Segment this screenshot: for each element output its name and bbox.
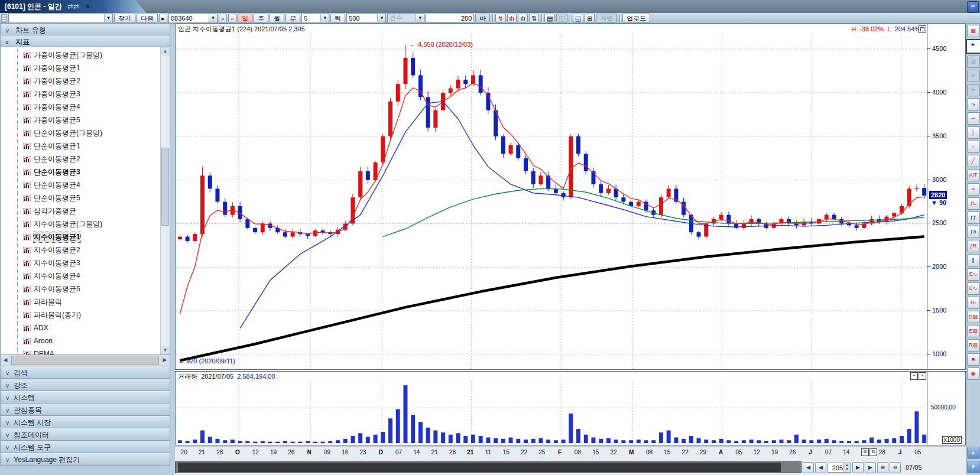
spin-down-icon[interactable]: ▼ [843,467,851,472]
scroll-up-icon[interactable]: ▲ [161,47,170,56]
volume-chart[interactable] [176,381,928,444]
hatch-d-icon[interactable]: D▨ [967,311,980,323]
bar-position-spinbox[interactable]: 205 ▲ ▼ [828,463,851,473]
bar-count-input[interactable] [426,14,474,22]
tick-button[interactable]: 틱 [330,14,345,22]
sort-updown-icon[interactable]: ⇅ [529,14,539,22]
fib-retrace-icon[interactable]: ƒR [967,240,980,252]
section-관심종목[interactable]: ∨관심종목 [0,404,170,416]
section-chart-type[interactable]: ∨ 차트 유형 [0,24,170,35]
indicator-item[interactable]: 단순이동평균2 [1,152,161,165]
section-참조데이터[interactable]: ∨참조데이터 [0,428,170,441]
indicator-item[interactable]: 지수이동평균2 [1,243,161,256]
find-button[interactable]: 찾기 [114,14,135,22]
cursor-icon[interactable]: ► [966,39,980,54]
indicator-item[interactable]: 단순이동평균(그물망) [1,126,161,139]
section-시스템[interactable]: ∨시스템 [0,391,170,404]
indicator-item[interactable]: 가중이동평균2 [1,74,161,87]
indicator-item[interactable]: 지수이동평균1 [1,230,161,243]
scroll-left-icon[interactable]: ◀ [1,355,10,366]
page-right-icon[interactable]: ▶ [865,462,876,473]
indicator-item[interactable]: 가중이동평균1 [1,61,161,74]
parallel-channel-icon[interactable]: ∥ [967,254,980,266]
tree-scrollbar[interactable]: ▲ ▼ [160,47,170,354]
indicator-item[interactable]: 가중이동평균4 [1,100,161,113]
indicator-add-icon[interactable]: ılı [507,14,517,22]
period-minute-button[interactable]: 분 [285,14,300,22]
section-YesLanguage-편집기[interactable]: ∨YesLanguage 편집기 [0,453,170,466]
indicator-item[interactable]: Aroon [1,334,161,347]
curve-tool-icon[interactable]: ƒƒ [967,212,980,224]
scroll-down-icon[interactable]: ▼ [161,346,170,354]
bar-unit-button[interactable]: 바 [475,14,490,22]
section-시스템-시장[interactable]: ∨시스템 시장 [0,416,170,428]
trendline-icon[interactable]: ∿ [967,98,980,110]
diagonal-line-icon[interactable]: ╱ [967,155,980,167]
next-button[interactable]: 다음 [137,14,158,22]
section-검색[interactable]: ∨검색 [0,366,170,379]
zoom-out-icon[interactable]: ⊖ [890,462,901,473]
scroll-thumb[interactable] [11,356,159,365]
copy-chart-icon[interactable]: ⧉ [861,448,869,456]
linked-chart-icon[interactable]: ▦ [967,25,980,37]
tree-hscrollbar[interactable]: ◀ ▶ [0,354,170,366]
search-icon[interactable]: ⌕ [219,14,227,22]
indicator-item[interactable]: 파라볼릭 [1,295,161,308]
chevron-down-icon[interactable]: ▼ [377,14,385,22]
indicator-item[interactable]: 지수이동평균3 [1,256,161,269]
section-강조[interactable]: ∨강조 [0,379,170,391]
stop-tool-icon[interactable]: ■ [967,353,980,366]
indicator-item[interactable]: 단순이동평균4 [1,178,161,191]
maximize-pane-icon[interactable] [919,25,926,33]
toolbar-grip[interactable] [1,14,7,23]
period-day-button[interactable]: 일 [238,14,252,22]
high-low-icon[interactable]: Hı [967,297,980,309]
section-indicator[interactable]: » 지표 [0,35,170,47]
link-chart-icon[interactable]: ⇄⇄ [67,2,79,11]
chevron-down-icon[interactable]: ▼ [320,14,329,22]
horizontal-line-icon[interactable]: ─ [967,112,980,125]
close-pane-icon[interactable]: × [919,372,926,380]
tab-close-icon[interactable]: ✕ [85,2,90,11]
indicator-item[interactable]: 단순이동평균1 [1,139,161,152]
chart-doc-icon[interactable]: ◱ [573,14,583,22]
price-pane[interactable]: 인콘 지수이동평균1 (224) 2021/07/05 2,305 H: -38… [175,24,966,370]
symbol-combo[interactable]: 083640 ▼ [168,13,218,23]
save-chart-icon[interactable]: ⧉ [869,448,877,456]
indicator-item[interactable]: ADX [1,321,161,334]
minute-combo[interactable]: 5 ▼ [301,13,329,23]
price-chart[interactable] [176,34,928,369]
chevron-down-icon[interactable]: ▼ [104,14,112,22]
indicator-item[interactable]: 단순이동평균5 [1,191,161,204]
candle-style-icon[interactable]: ↯ [495,14,505,22]
hatch-r-icon[interactable]: R▨ [967,339,980,352]
scroll-down-blue-icon[interactable]: ▼ [967,461,980,473]
target-tool-icon[interactable]: ◉ [967,367,980,380]
page-left-icon[interactable]: ◀ [815,462,826,473]
minimize-pane-icon[interactable]: − [910,372,918,380]
upload-button[interactable]: 업로드 [622,14,650,22]
scroll-thumb[interactable] [161,148,169,226]
fan-lines-icon[interactable]: ƒa [967,226,980,238]
indicator-item[interactable]: 가중이동평균5 [1,113,161,126]
bar-chart-icon[interactable]: ılı [518,14,528,22]
text-tool-icon[interactable]: A/T [967,169,980,181]
period-week-button[interactable]: 주 [254,14,268,22]
indicator-item[interactable]: 파라볼릭(종가) [1,308,161,321]
scroll-up-blue-icon[interactable]: ▲ [967,447,980,459]
section-시스템-도구[interactable]: ∨시스템 도구 [0,441,170,453]
step-right-icon[interactable]: ▶ [852,462,864,473]
indicator-item[interactable]: 삼각가중평균 [1,204,161,217]
vertical-line-icon[interactable]: │ [967,126,980,139]
indicator-search-combo[interactable]: ▼ [8,13,113,23]
step-line-icon[interactable]: ⌐ [967,141,980,153]
chevron-down-icon[interactable]: ▼ [209,14,217,22]
step-left-icon[interactable]: ◀ [803,462,814,473]
zoom-in-icon[interactable]: ⊕ [877,462,888,473]
indicator-item[interactable]: 지수이동평균4 [1,269,161,282]
indicator-item[interactable]: 가중이동평균(그물망) [1,48,161,61]
tick-combo[interactable]: 500 ▼ [346,13,386,23]
elliott-wave-icon[interactable]: E∿ [967,268,980,281]
indicator-item[interactable]: 가중이동평균3 [1,87,161,100]
elliott-wave2-icon[interactable]: E∿ [967,282,980,295]
